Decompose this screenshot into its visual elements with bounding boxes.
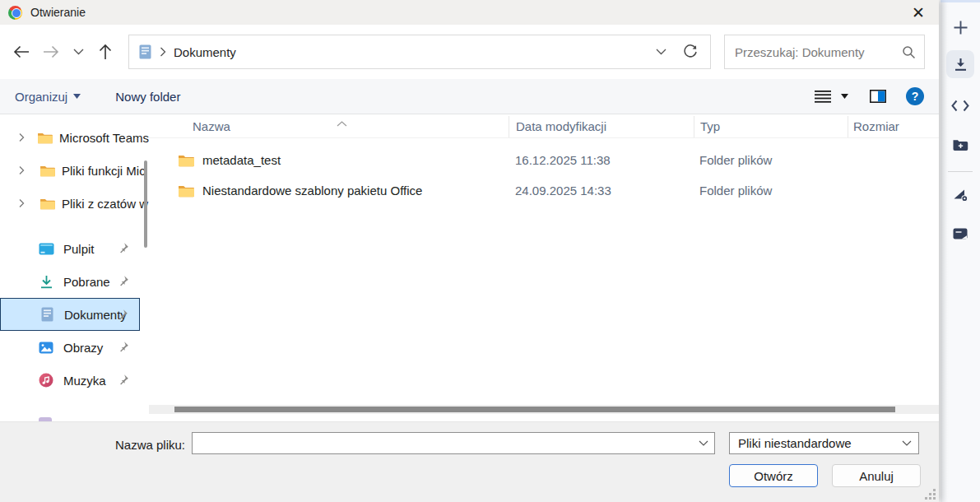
new-folder-button[interactable]: Nowy folder [115,90,180,104]
search-input[interactable] [735,45,902,59]
filetype-value: Pliki niestandardowe [738,436,852,450]
column-header-modified[interactable]: Data modyfikacji [509,116,694,137]
filename-dropdown-button[interactable] [693,440,714,446]
pin-icon [118,275,129,289]
dialog-title: Otwieranie [30,6,86,19]
pin-icon [117,309,128,323]
music-icon [38,373,54,388]
column-header-type[interactable]: Typ [694,116,848,137]
search-box[interactable] [724,35,925,69]
cancel-button[interactable]: Anuluj [832,464,921,487]
sidebar-item-muzyka[interactable]: Muzyka [0,364,140,397]
up-button[interactable] [91,37,120,67]
recent-locations-dropdown[interactable] [66,37,91,67]
new-tab-button[interactable] [946,13,974,41]
devtools-button[interactable] [946,91,974,119]
downloads-button[interactable] [946,50,974,78]
toolbar-divider [948,171,973,172]
file-name: metadata_test [202,153,281,167]
breadcrumb-location[interactable]: Dokumenty [174,45,236,59]
help-button[interactable]: ? [906,84,924,109]
folder-plus-icon [952,138,968,151]
table-row[interactable]: metadata_test 16.12.2025 11:38 Folder pl… [149,145,939,175]
address-bar[interactable]: Dokumenty [128,35,711,69]
forward-button[interactable] [36,37,66,67]
open-file-dialog: Otwieranie ✕ [0,0,939,502]
documents-icon [39,307,55,322]
sidebar-item-label: Muzyka [63,374,106,388]
filetype-dropdown-button[interactable] [902,440,912,446]
close-button[interactable]: ✕ [904,2,932,23]
folder-icon [178,154,194,167]
pin-icon [118,341,129,355]
expand-chevron-icon[interactable] [18,198,33,208]
preview-pane-button[interactable] [870,84,886,109]
column-header-name[interactable]: Nazwa [149,119,509,133]
file-list: Nazwa Data modyfikacji Typ Rozmiar metad… [149,114,939,421]
address-dropdown-button[interactable] [646,37,676,67]
performance-button[interactable] [946,180,974,208]
filename-input[interactable] [193,433,693,453]
open-button[interactable]: Otwórz [729,464,818,487]
file-name: Niestandardowe szablony pakietu Office [202,184,422,198]
file-type: Folder plików [694,184,848,198]
help-icon: ? [906,87,924,105]
list-header: Nazwa Data modyfikacji Typ Rozmiar [149,115,939,138]
add-folder-button[interactable] [946,131,974,159]
code-icon [951,100,969,112]
sidebar-item-label: Microsoft Teams [59,131,149,145]
sidebar-item-label: Pobrane [63,275,110,289]
screen: Otwieranie ✕ [0,0,980,502]
breadcrumb-chevron-icon [160,47,166,57]
list-view-icon [815,91,831,103]
navigation-pane: Microsoft Teams Pliki funkcji Mic [0,114,149,421]
sort-ascending-icon [337,115,347,129]
chevron-down-icon [841,94,848,99]
plus-icon [953,20,968,35]
file-modified: 16.12.2025 11:38 [509,153,694,167]
resize-grip[interactable] [922,488,936,500]
expand-chevron-icon[interactable] [18,132,30,142]
refresh-button[interactable] [676,37,705,67]
folder-icon [39,198,55,210]
view-mode-button[interactable] [815,84,831,109]
sidebar-item-pulpit[interactable]: Pulpit [0,232,140,265]
sidebar-item-pliki-z-czatow[interactable]: Pliki z czatów w [0,187,149,220]
view-mode-dropdown[interactable] [841,84,848,109]
navigation-bar: Dokumenty [0,25,939,79]
sidebar-item-dokumenty[interactable]: Dokumenty [0,298,140,331]
chrome-logo-icon [8,6,22,20]
dialog-footer: Nazwa pliku: Pliki niestandardowe Otwórz… [0,421,939,502]
sidebar-item-pobrane[interactable]: Pobrane [0,265,140,298]
sidebar-item-label: Pliki z czatów w [62,197,148,211]
filename-field[interactable] [192,432,715,454]
sidebar-item-label: Pulpit [63,242,95,256]
tabstrip-edge [941,0,980,2]
column-header-size[interactable]: Rozmiar [848,116,939,137]
folder-icon [37,132,53,144]
documents-icon [139,44,151,59]
horizontal-scrollbar[interactable] [149,405,939,414]
expand-chevron-icon[interactable] [18,165,33,175]
desktop-icon [38,243,54,255]
organize-button[interactable]: Organizuj [15,90,81,104]
sidebar-item-obrazy[interactable]: Obrazy [0,331,140,364]
notes-button[interactable] [946,220,974,248]
filename-label: Nazwa pliku: [0,438,185,452]
filetype-select[interactable]: Pliki niestandardowe [729,432,919,454]
dialog-titlebar: Otwieranie ✕ [0,0,939,25]
sidebar-item-microsoft-teams[interactable]: Microsoft Teams [0,121,149,154]
back-button[interactable] [7,37,36,67]
sidebar-item-pliki-funkcji[interactable]: Pliki funkcji Mic [0,154,149,187]
note-edit-icon [952,227,968,240]
table-row[interactable]: Niestandardowe szablony pakietu Office 2… [149,175,939,206]
flag-gear-icon [952,188,968,202]
chevron-down-icon [73,94,81,99]
file-type: Folder plików [694,153,848,167]
browser-side-toolbar [941,0,980,502]
scrollbar-thumb[interactable] [174,407,895,412]
sidebar-scrollbar[interactable] [144,160,147,248]
sidebar-item-label: Pliki funkcji Mic [62,164,146,178]
folder-icon [39,165,55,177]
download-icon [953,57,968,72]
